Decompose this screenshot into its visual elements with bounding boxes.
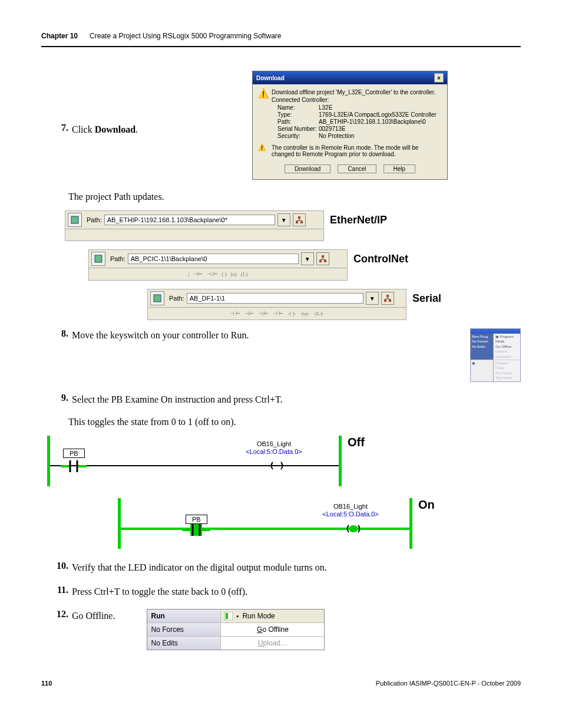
page-header: Chapter 10 Create a Project Using RSLogi… bbox=[41, 32, 521, 47]
ladder-element-toolbar: ⊣ ⊢ ⊣⊢ ⊣/⊢ ⊣ ⊢ -( )- -(u)- -(L)- bbox=[147, 308, 406, 320]
step-11: 11. Press Ctrl+T to toggle the state bac… bbox=[52, 585, 521, 598]
serial-label: Serial Number: bbox=[277, 126, 319, 132]
serial-value: 0029713E bbox=[319, 126, 346, 132]
page-footer: 110 Publication IASIMP-QS001C-EN-P - Oct… bbox=[41, 680, 521, 687]
run-indicator-icon bbox=[224, 612, 233, 620]
warning-icon: ⚠️ bbox=[257, 143, 272, 159]
ladder-rung-on: PB OB16_Light <Local:5:O.Data.0> bbox=[118, 498, 412, 549]
dialog-titlebar: Download × bbox=[253, 71, 447, 84]
xic-tag: PB bbox=[63, 449, 85, 458]
body-text: This toggles the state from 0 to 1 (off … bbox=[68, 417, 521, 427]
name-label: Name: bbox=[277, 104, 319, 111]
network-label-ethip: EtherNet/IP bbox=[330, 214, 387, 226]
dialog-title: Download bbox=[256, 75, 285, 81]
path-input-serial[interactable] bbox=[187, 293, 363, 304]
ote-tag: OB16_Light bbox=[239, 440, 309, 448]
ote-alias: <Local:5:O.Data.0> bbox=[239, 448, 309, 456]
controller-status-panel: Run ▪ Run Mode No Forces Go Offline No E… bbox=[147, 609, 325, 650]
cancel-button[interactable]: Cancel bbox=[338, 164, 376, 173]
chapter-number: Chapter 10 bbox=[41, 32, 78, 40]
svg-rect-4 bbox=[95, 255, 102, 262]
path-value: AB_ETHIP-1\192.168.1.103\Backplane\0 bbox=[319, 118, 426, 125]
svg-rect-7 bbox=[324, 260, 326, 262]
browse-tree-icon[interactable] bbox=[293, 213, 306, 226]
step-number: 11. bbox=[52, 585, 72, 595]
chevron-down-icon[interactable]: ▼ bbox=[366, 292, 379, 305]
chapter-title: Create a Project Using RSLogix 5000 Prog… bbox=[90, 32, 282, 40]
xic-instruction-icon bbox=[61, 460, 87, 472]
name-value: L32E bbox=[319, 104, 332, 111]
rslinx-icon[interactable] bbox=[91, 252, 105, 266]
step-number: 10. bbox=[52, 561, 72, 571]
ladder-element-toolbar: | ⊣⊢ ⊣/⊢ ( ) (u) (L) bbox=[88, 268, 348, 281]
download-message: Download offline project 'My_L32E_Contro… bbox=[272, 89, 442, 95]
path-toolbar-serial: Path: ▼ bbox=[147, 289, 406, 308]
warning-icon: ⚠️ bbox=[257, 88, 272, 140]
step-number: 9. bbox=[52, 393, 72, 403]
svg-rect-2 bbox=[296, 221, 298, 223]
network-label-cnet: ControlNet bbox=[353, 253, 408, 265]
svg-rect-0 bbox=[71, 216, 78, 223]
connected-label: Connected Controller: bbox=[272, 97, 442, 103]
xic-instruction-icon bbox=[182, 524, 210, 536]
browse-tree-icon[interactable] bbox=[381, 292, 394, 305]
path-toolbar-ethip: Path: ▼ bbox=[65, 210, 324, 229]
step-8: 8. Move the keyswitch on your controller… bbox=[52, 328, 464, 342]
ladder-rung-off: PB OB16_Light <Local:5:O.Data.0> bbox=[47, 436, 342, 486]
path-label: Path: bbox=[169, 295, 184, 302]
svg-rect-10 bbox=[384, 299, 386, 302]
path-label: Path: bbox=[87, 216, 102, 223]
network-label-serial: Serial bbox=[412, 292, 441, 305]
path-input-ethip[interactable] bbox=[104, 215, 275, 225]
step-number: 8. bbox=[52, 328, 72, 339]
go-offline-menu-item[interactable]: Go Offline bbox=[257, 625, 289, 634]
controller-mode-menu[interactable]: Rem Prog No Forces No Edits ▣ Program Mo… bbox=[470, 328, 521, 382]
ote-tag: OB16_Light bbox=[315, 503, 386, 510]
xic-tag: PB bbox=[186, 515, 207, 524]
no-edits-label: No Edits bbox=[147, 637, 221, 650]
browse-tree-icon[interactable] bbox=[316, 252, 329, 265]
path-label: Path: bbox=[110, 255, 125, 262]
state-label-on: On bbox=[418, 498, 435, 512]
path-label: Path: bbox=[277, 118, 319, 125]
svg-rect-5 bbox=[322, 255, 324, 258]
ote-instruction-icon bbox=[262, 462, 292, 470]
upload-menu-item: Upload… bbox=[258, 639, 287, 647]
mode-warning: The controller is in Remote Run mode. Th… bbox=[272, 144, 442, 157]
body-text: The project Path updates. bbox=[68, 192, 521, 202]
svg-rect-26 bbox=[226, 613, 228, 619]
security-label: Security: bbox=[277, 133, 319, 139]
step-number: 7. bbox=[52, 123, 72, 133]
rslinx-icon[interactable] bbox=[68, 213, 82, 227]
publication-info: Publication IASIMP-QS001C-EN-P - October… bbox=[376, 680, 521, 687]
chevron-down-icon[interactable]: ▼ bbox=[277, 213, 290, 226]
rslinx-icon[interactable] bbox=[150, 291, 164, 305]
svg-rect-1 bbox=[298, 216, 300, 219]
svg-point-23 bbox=[349, 525, 358, 532]
help-button[interactable]: Help bbox=[384, 164, 416, 173]
no-forces-label: No Forces bbox=[147, 623, 221, 636]
type-value: 1769-L32E/A CompactLogix5332E Controller bbox=[319, 111, 437, 118]
go-offline-item[interactable]: Go Offline bbox=[495, 344, 518, 349]
ote-instruction-icon bbox=[338, 524, 369, 533]
svg-rect-6 bbox=[319, 260, 322, 262]
download-button[interactable]: Download bbox=[285, 164, 330, 173]
path-input-cnet[interactable] bbox=[128, 253, 299, 264]
type-label: Type: bbox=[277, 111, 319, 118]
page-number: 110 bbox=[41, 680, 52, 687]
step-12: 12. Go Offline. bbox=[52, 609, 115, 622]
state-label-off: Off bbox=[348, 436, 365, 449]
close-icon[interactable]: × bbox=[434, 73, 444, 83]
ote-alias: <Local:5:O.Data.0> bbox=[315, 510, 386, 518]
chevron-down-icon[interactable]: ▼ bbox=[301, 252, 314, 265]
step-9: 9. Select the PB Examine On instruction … bbox=[52, 393, 521, 406]
download-dialog: Download × ⚠️ Download offline project '… bbox=[252, 71, 448, 180]
run-mode-label: Run Mode bbox=[242, 612, 275, 620]
svg-rect-8 bbox=[154, 295, 161, 302]
run-label: Run bbox=[151, 612, 164, 620]
step-10: 10. Verify that the LED indicator on the… bbox=[52, 561, 521, 574]
svg-rect-11 bbox=[389, 299, 391, 302]
step-number: 12. bbox=[52, 609, 72, 620]
step-7: 7. Click Download. bbox=[52, 71, 229, 136]
security-value: No Protection bbox=[319, 133, 355, 139]
